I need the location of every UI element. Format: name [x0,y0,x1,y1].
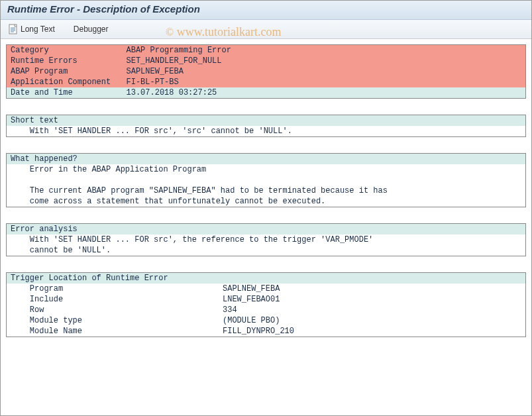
long-text-label: Long Text [21,25,55,34]
trigger-row-module-type: Module type (MODULE PBO) [7,315,525,326]
section-title: Trigger Location of Runtime Error [7,273,525,284]
debugger-button[interactable]: Debugger [71,23,111,35]
header-value: FI-BL-PT-BS [123,77,526,87]
text-line: With 'SET HANDLER ... FOR src', the refe… [7,234,525,245]
trigger-label: Module Name [7,326,219,337]
header-label: Category [7,45,123,56]
header-value: 13.07.2018 03:27:25 [123,87,526,99]
text-line: come across a statement that unfortunate… [7,196,525,207]
debugger-label: Debugger [74,25,109,34]
section-title: Short text [7,115,525,126]
page-title: Runtime Error - Description of Exception [7,3,200,15]
long-text-button[interactable]: Long Text [6,23,58,36]
header-value: ABAP Programming Error [123,45,526,56]
header-label: Application Component [7,77,123,87]
text-line: With 'SET HANDLER ... FOR src', 'src' ca… [7,126,525,136]
trigger-label: Row [7,305,219,315]
trigger-table: Program SAPLNEW_FEBA Include LNEW_FEBAO0… [7,284,525,337]
trigger-value: 334 [219,305,525,315]
toolbar: Long Text Debugger [1,20,531,39]
section-body: Program SAPLNEW_FEBA Include LNEW_FEBAO0… [7,284,525,337]
header-label: ABAP Program [7,66,123,77]
section-body: Error in the ABAP Application Program Th… [7,164,525,207]
trigger-row-program: Program SAPLNEW_FEBA [7,284,525,294]
content-area: Category ABAP Programming Error Runtime … [1,39,531,416]
header-label: Date and Time [7,87,123,99]
header-row-runtime-errors: Runtime Errors SET_HANDLER_FOR_NULL [7,56,526,66]
trigger-row-row: Row 334 [7,305,525,315]
text-line: The current ABAP program "SAPLNEW_FEBA" … [7,185,525,196]
section-short-text: Short text With 'SET HANDLER ... FOR src… [6,115,526,137]
title-bar: Runtime Error - Description of Exception [1,1,531,20]
trigger-label: Include [7,294,219,305]
text-line [7,175,525,185]
error-header-table: Category ABAP Programming Error Runtime … [6,44,526,99]
document-icon [9,24,18,34]
section-what-happened: What happened? Error in the ABAP Applica… [6,153,526,207]
trigger-label: Program [7,284,219,294]
header-row-application-component: Application Component FI-BL-PT-BS [7,77,526,87]
trigger-value: (MODULE PBO) [219,315,525,326]
header-row-abap-program: ABAP Program SAPLNEW_FEBA [7,66,526,77]
text-line: Error in the ABAP Application Program [7,164,525,175]
trigger-value: LNEW_FEBAO01 [219,294,525,305]
header-value: SAPLNEW_FEBA [123,66,526,77]
header-label: Runtime Errors [7,56,123,66]
section-error-analysis: Error analysis With 'SET HANDLER ... FOR… [6,223,526,256]
trigger-row-include: Include LNEW_FEBAO01 [7,294,525,305]
section-title: What happened? [7,154,525,164]
section-title: Error analysis [7,224,525,234]
section-body: With 'SET HANDLER ... FOR src', 'src' ca… [7,126,525,136]
header-row-category: Category ABAP Programming Error [7,45,526,56]
trigger-value: SAPLNEW_FEBA [219,284,525,294]
header-row-date-time: Date and Time 13.07.2018 03:27:25 [7,87,526,99]
section-body: With 'SET HANDLER ... FOR src', the refe… [7,234,525,256]
section-trigger-location: Trigger Location of Runtime Error Progra… [6,272,526,337]
trigger-value: FILL_DYNPRO_210 [219,326,525,337]
text-line: cannot be 'NULL'. [7,245,525,256]
header-value: SET_HANDLER_FOR_NULL [123,56,526,66]
trigger-row-module-name: Module Name FILL_DYNPRO_210 [7,326,525,337]
trigger-label: Module type [7,315,219,326]
